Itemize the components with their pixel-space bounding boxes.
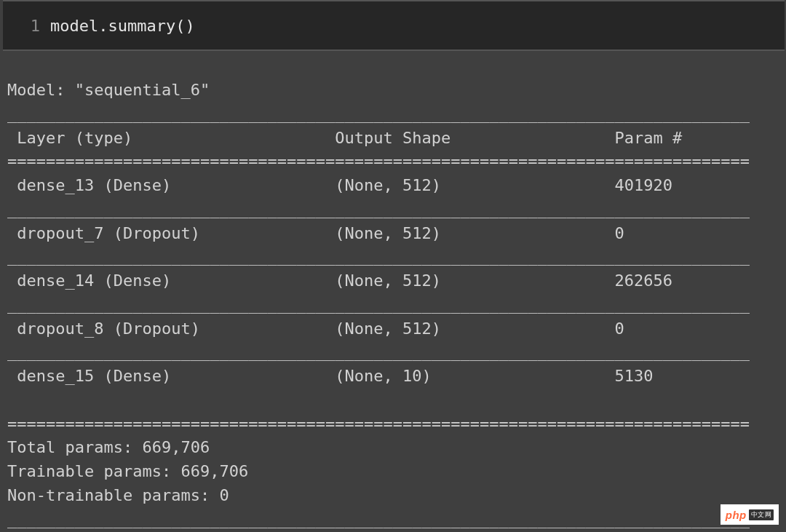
line-number: 1 — [14, 17, 50, 35]
code-line: model.summary() — [50, 17, 195, 35]
model-summary-output: Model: "sequential_6" __________________… — [0, 67, 786, 532]
watermark-brand: php — [726, 509, 747, 521]
watermark-cn: 中文网 — [749, 509, 774, 520]
code-cell[interactable]: 1 model.summary() — [3, 0, 785, 51]
watermark-badge: php 中文网 — [720, 504, 779, 525]
